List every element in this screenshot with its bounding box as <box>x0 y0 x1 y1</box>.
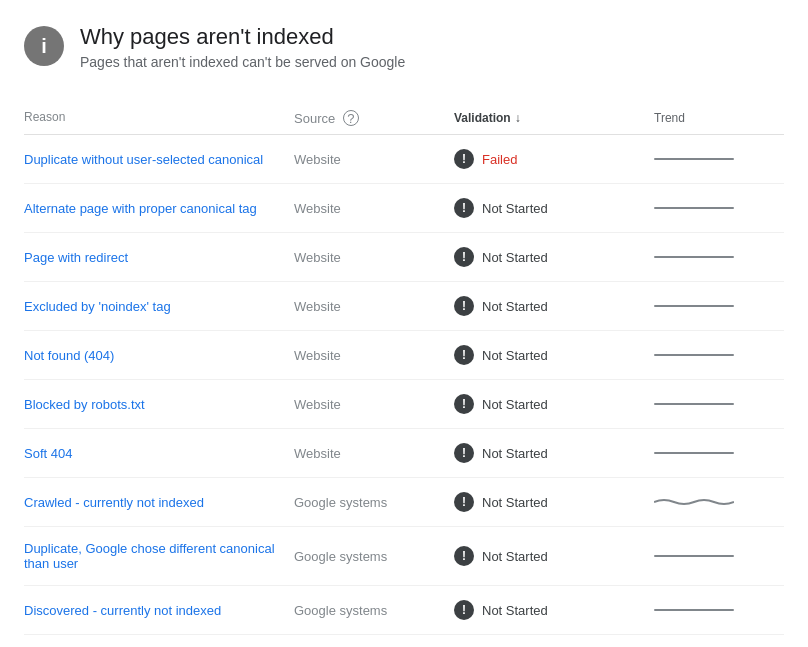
validation-cell: !Not Started <box>454 296 654 316</box>
col-header-trend: Trend <box>654 110 784 126</box>
reason-link[interactable]: Duplicate without user-selected canonica… <box>24 152 263 167</box>
trend-cell <box>654 354 784 356</box>
status-icon: ! <box>454 492 474 512</box>
reason-cell: Alternate page with proper canonical tag <box>24 201 294 216</box>
source-cell: Google systems <box>294 603 454 618</box>
trend-line <box>654 609 734 611</box>
reason-link[interactable]: Duplicate, Google chose different canoni… <box>24 541 275 571</box>
info-icon: i <box>24 26 64 66</box>
reason-cell: Crawled - currently not indexed <box>24 495 294 510</box>
reason-cell: Duplicate without user-selected canonica… <box>24 152 294 167</box>
reason-link[interactable]: Discovered - currently not indexed <box>24 603 221 618</box>
table-row: Duplicate, Google chose different canoni… <box>24 527 784 586</box>
table-row: Page with redirectWebsite!Not Started <box>24 233 784 282</box>
status-text: Not Started <box>482 201 548 216</box>
trend-cell <box>654 403 784 405</box>
source-cell: Website <box>294 201 454 216</box>
trend-cell <box>654 609 784 611</box>
indexing-table: Reason Source ? Validation ↓ Trend Dupli… <box>24 102 784 635</box>
source-cell: Website <box>294 348 454 363</box>
sort-arrow-icon[interactable]: ↓ <box>515 111 521 125</box>
trend-line <box>654 207 734 209</box>
trend-cell <box>654 496 784 508</box>
validation-cell: !Not Started <box>454 198 654 218</box>
trend-line <box>654 452 734 454</box>
trend-line <box>654 403 734 405</box>
status-text: Not Started <box>482 495 548 510</box>
source-cell: Website <box>294 397 454 412</box>
trend-cell <box>654 452 784 454</box>
col-header-reason: Reason <box>24 110 294 126</box>
source-cell: Website <box>294 152 454 167</box>
source-help-icon[interactable]: ? <box>343 110 359 126</box>
status-text: Not Started <box>482 348 548 363</box>
table-row: Crawled - currently not indexedGoogle sy… <box>24 478 784 527</box>
status-icon: ! <box>454 394 474 414</box>
trend-line <box>654 256 734 258</box>
validation-cell: !Not Started <box>454 492 654 512</box>
status-text: Not Started <box>482 603 548 618</box>
reason-cell: Discovered - currently not indexed <box>24 603 294 618</box>
validation-cell: !Not Started <box>454 546 654 566</box>
table-row: Alternate page with proper canonical tag… <box>24 184 784 233</box>
trend-cell <box>654 305 784 307</box>
page-container: i Why pages aren't indexed Pages that ar… <box>0 0 808 647</box>
status-text: Not Started <box>482 250 548 265</box>
status-text: Failed <box>482 152 517 167</box>
page-title: Why pages aren't indexed <box>80 24 405 50</box>
reason-cell: Blocked by robots.txt <box>24 397 294 412</box>
status-icon: ! <box>454 345 474 365</box>
source-cell: Google systems <box>294 549 454 564</box>
source-cell: Website <box>294 250 454 265</box>
reason-link[interactable]: Blocked by robots.txt <box>24 397 145 412</box>
table-body: Duplicate without user-selected canonica… <box>24 135 784 635</box>
status-icon: ! <box>454 198 474 218</box>
reason-link[interactable]: Not found (404) <box>24 348 114 363</box>
table-row: Soft 404Website!Not Started <box>24 429 784 478</box>
reason-cell: Duplicate, Google chose different canoni… <box>24 541 294 571</box>
trend-wavy-line <box>654 496 734 508</box>
trend-line <box>654 555 734 557</box>
table-row: Discovered - currently not indexedGoogle… <box>24 586 784 635</box>
status-icon: ! <box>454 600 474 620</box>
table-row: Not found (404)Website!Not Started <box>24 331 784 380</box>
status-icon: ! <box>454 443 474 463</box>
trend-cell <box>654 207 784 209</box>
reason-link[interactable]: Alternate page with proper canonical tag <box>24 201 257 216</box>
reason-cell: Not found (404) <box>24 348 294 363</box>
trend-cell <box>654 256 784 258</box>
reason-link[interactable]: Page with redirect <box>24 250 128 265</box>
col-header-validation: Validation ↓ <box>454 110 654 126</box>
status-text: Not Started <box>482 397 548 412</box>
status-icon: ! <box>454 296 474 316</box>
reason-link[interactable]: Crawled - currently not indexed <box>24 495 204 510</box>
validation-cell: !Not Started <box>454 443 654 463</box>
validation-cell: !Not Started <box>454 247 654 267</box>
table-row: Blocked by robots.txtWebsite!Not Started <box>24 380 784 429</box>
table-row: Duplicate without user-selected canonica… <box>24 135 784 184</box>
reason-cell: Page with redirect <box>24 250 294 265</box>
page-subtitle: Pages that aren't indexed can't be serve… <box>80 54 405 70</box>
status-icon: ! <box>454 247 474 267</box>
reason-link[interactable]: Excluded by 'noindex' tag <box>24 299 171 314</box>
reason-cell: Soft 404 <box>24 446 294 461</box>
source-cell: Google systems <box>294 495 454 510</box>
reason-cell: Excluded by 'noindex' tag <box>24 299 294 314</box>
page-header: i Why pages aren't indexed Pages that ar… <box>24 24 784 70</box>
status-text: Not Started <box>482 549 548 564</box>
status-icon: ! <box>454 546 474 566</box>
status-text: Not Started <box>482 446 548 461</box>
trend-cell <box>654 555 784 557</box>
header-text: Why pages aren't indexed Pages that aren… <box>80 24 405 70</box>
status-text: Not Started <box>482 299 548 314</box>
reason-link[interactable]: Soft 404 <box>24 446 72 461</box>
validation-cell: !Failed <box>454 149 654 169</box>
validation-cell: !Not Started <box>454 345 654 365</box>
trend-line <box>654 305 734 307</box>
col-header-source: Source ? <box>294 110 454 126</box>
trend-cell <box>654 158 784 160</box>
status-icon: ! <box>454 149 474 169</box>
source-cell: Website <box>294 299 454 314</box>
trend-line <box>654 354 734 356</box>
validation-cell: !Not Started <box>454 600 654 620</box>
